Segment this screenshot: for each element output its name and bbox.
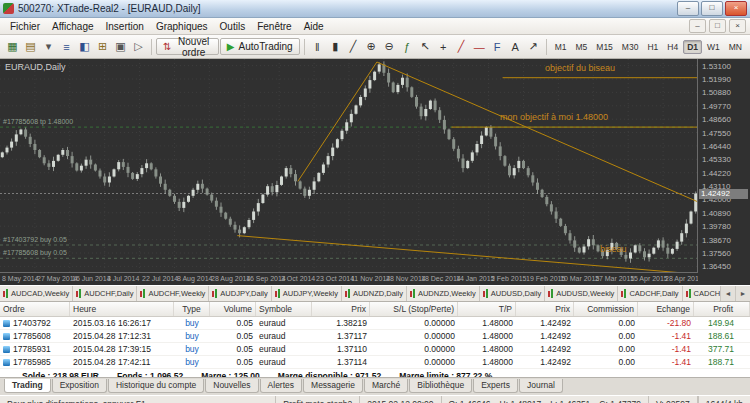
symbol-tab-audjpy-weekly[interactable]: AUDJPY,Weekly <box>272 286 342 301</box>
timeframe-h4[interactable]: H4 <box>663 40 682 54</box>
price-chart[interactable]: EURAUD,Daily objectif du biseau mon obje… <box>0 59 698 273</box>
close-button[interactable]: × <box>725 1 747 16</box>
menu-graphiques[interactable]: Graphiques <box>150 20 214 33</box>
orders-column-header[interactable]: Echange <box>638 302 694 316</box>
new-chart-icon[interactable]: ▦ <box>4 38 21 55</box>
symbols-scroll-right-icon[interactable]: ► <box>735 286 750 301</box>
symbol-tab-audusd-weekly[interactable]: AUDUSD,Weekly <box>545 286 618 301</box>
order-cell: 1.48000 <box>458 357 516 367</box>
new-order-button[interactable]: ⇅ Nouvel ordre <box>156 38 219 55</box>
menu-fentre[interactable]: Fenêtre <box>251 20 297 33</box>
zoom-out-icon[interactable]: ⊖ <box>381 38 398 55</box>
symbol-tab-audchf-daily[interactable]: AUDCHF,Daily <box>73 286 137 301</box>
cursor-icon[interactable]: ↖ <box>417 38 434 55</box>
menu-aide[interactable]: Aide <box>298 20 330 33</box>
date-tick-label: 3 Jul 2014 <box>107 275 139 282</box>
order-cell: 17403792 <box>0 318 70 328</box>
maximize-button[interactable]: □ <box>701 1 723 16</box>
price-tick-label: 1.49770 <box>702 102 731 111</box>
zoom-in-icon[interactable]: ⊕ <box>363 38 380 55</box>
orders-column-header[interactable]: Symbole <box>256 302 312 316</box>
orders-column-header[interactable]: Commission <box>574 302 638 316</box>
symbol-tab-audusd-daily[interactable]: AUDUSD,Daily <box>480 286 545 301</box>
orders-column-header[interactable]: Profit <box>694 302 750 316</box>
menu-fichier[interactable]: Fichier <box>4 20 46 33</box>
symbol-tab-cadchf-weekly[interactable]: CADCHF,Weekly <box>683 286 720 301</box>
timeframe-m1[interactable]: M1 <box>551 40 571 54</box>
order-row[interactable]: 177859852015.04.28 17:42:11buy0.05euraud… <box>0 356 750 369</box>
text-icon[interactable]: A <box>507 38 524 55</box>
status-expert-name: Profit meta steph2 <box>276 396 360 403</box>
order-cell: 0.00 <box>574 344 638 354</box>
timeframe-h1[interactable]: H1 <box>643 40 662 54</box>
symbol-tab-label: CADCHF,Daily <box>629 289 678 298</box>
terminal-tab-journal[interactable]: Journal <box>519 379 563 393</box>
terminal-tab-nouvelles[interactable]: Nouvelles <box>205 379 258 393</box>
timeframe-m30[interactable]: M30 <box>618 40 643 54</box>
navigator-icon[interactable]: ⊞ <box>94 38 111 55</box>
symbol-tab-audcad-weekly[interactable]: AUDCAD,Weekly <box>0 286 73 301</box>
strategy-tester-icon[interactable]: ▷ <box>130 38 147 55</box>
orders-column-header[interactable]: Ordre <box>0 302 70 316</box>
orders-column-header[interactable]: Prix <box>516 302 574 316</box>
orders-column-header[interactable]: Heure <box>70 302 174 316</box>
timeframe-d1[interactable]: D1 <box>683 40 702 54</box>
terminal-tab-march-[interactable]: Marché <box>364 379 408 393</box>
data-window-icon[interactable]: ◧ <box>76 38 93 55</box>
indicators-icon[interactable]: ƒ <box>399 38 416 55</box>
chart-dropdown-icon[interactable]: ▾ <box>40 38 57 55</box>
chart-close-icon[interactable]: × <box>729 19 746 33</box>
timeframe-mn[interactable]: MN <box>725 40 746 54</box>
menu-affichage[interactable]: Affichage <box>46 20 100 33</box>
terminal-tab-exposition[interactable]: Exposition <box>52 379 107 393</box>
chart-minimize-icon[interactable]: – <box>689 19 706 33</box>
orders-column-header[interactable]: S/L (Stop/Perte) <box>370 302 458 316</box>
symbol-tab-audnzd-daily[interactable]: AUDNZD,Daily <box>342 286 407 301</box>
line-chart-icon[interactable]: ╱ <box>345 38 362 55</box>
fibonacci-icon[interactable]: F <box>489 38 506 55</box>
timeframe-m15[interactable]: M15 <box>592 40 617 54</box>
horizontal-line-icon[interactable]: — <box>471 38 488 55</box>
chart-restore-icon[interactable]: □ <box>709 19 726 33</box>
orders-column-header[interactable]: Prix <box>312 302 370 316</box>
mini-chart-icon <box>3 289 9 298</box>
timeframe-m5[interactable]: M5 <box>571 40 591 54</box>
date-tick-label: 27 Mar 2015 <box>595 275 634 282</box>
profiles-icon[interactable]: ▤ <box>22 38 39 55</box>
price-tick-label: 1.44220 <box>702 169 731 178</box>
menu-outils[interactable]: Outils <box>214 20 252 33</box>
app-icon <box>3 3 14 14</box>
price-axis[interactable]: 1.531001.519901.508801.497701.486601.475… <box>697 59 750 273</box>
symbols-scroll-left-icon[interactable]: ◄ <box>720 286 735 301</box>
terminal-tab-historique-du-compte[interactable]: Historique du compte <box>108 379 204 393</box>
symbol-tab-cadchf-daily[interactable]: CADCHF,Daily <box>618 286 682 301</box>
terminal-tab-messagerie[interactable]: Messagerie <box>303 379 363 393</box>
time-axis[interactable]: 8 May 201427 May 201416 Jun 20143 Jul 20… <box>0 272 698 285</box>
orders-column-header[interactable]: T/P <box>458 302 516 316</box>
price-tick-label: 1.50880 <box>702 88 731 97</box>
menu-insertion[interactable]: Insertion <box>100 20 150 33</box>
market-watch-icon[interactable]: ≡ <box>58 38 75 55</box>
orders-column-header[interactable]: Type <box>174 302 210 316</box>
candles-chart-icon[interactable]: ▮ <box>327 38 344 55</box>
order-row[interactable]: 177859312015.04.28 17:39:15buy0.05euraud… <box>0 343 750 356</box>
bars-chart-icon[interactable]: ‖ <box>309 38 326 55</box>
timeframe-w1[interactable]: W1 <box>703 40 724 54</box>
terminal-tab-biblioth-que[interactable]: Bibliothèque <box>409 379 472 393</box>
order-row[interactable]: 174037922015.03.16 16:26:17buy0.05euraud… <box>0 317 750 330</box>
terminal-icon[interactable]: ▣ <box>112 38 129 55</box>
symbol-tab-audjpy-daily[interactable]: AUDJPY,Daily <box>209 286 271 301</box>
autotrading-button[interactable]: ▶ AutoTrading <box>220 38 300 55</box>
arrow-tool-icon[interactable]: ↗ <box>525 38 542 55</box>
terminal-tab-experts[interactable]: Experts <box>473 379 518 393</box>
price-tick-label: 1.38670 <box>702 236 731 245</box>
trendline-icon[interactable]: ╱ <box>453 38 470 55</box>
terminal-tab-trading[interactable]: Trading <box>4 379 51 393</box>
symbol-tab-audchf-weekly[interactable]: AUDCHF,Weekly <box>137 286 209 301</box>
orders-column-header[interactable]: Volume <box>210 302 256 316</box>
order-row[interactable]: 177856082015.04.28 17:12:31buy0.05euraud… <box>0 330 750 343</box>
minimize-button[interactable]: – <box>677 1 699 16</box>
symbol-tab-audnzd-weekly[interactable]: AUDNZD,Weekly <box>407 286 480 301</box>
terminal-tab-alertes[interactable]: Alertes <box>260 379 302 393</box>
crosshair-icon[interactable]: + <box>435 38 452 55</box>
